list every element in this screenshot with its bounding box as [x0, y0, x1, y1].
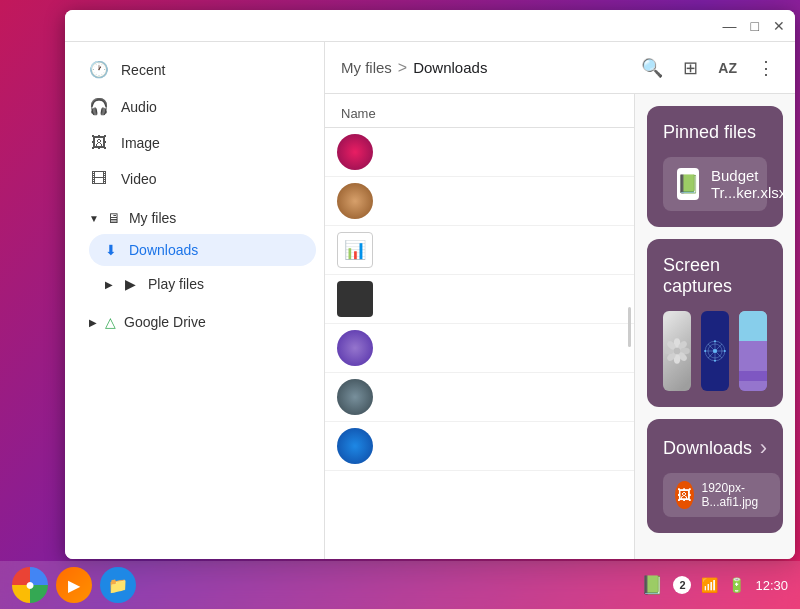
my-files-header[interactable]: ▼ 🖥 My files — [73, 204, 316, 232]
taskbar-play[interactable]: ▶ — [56, 567, 92, 603]
taskbar-chrome[interactable]: ● — [12, 567, 48, 603]
svg-point-20 — [704, 350, 706, 352]
sidebar-item-downloads[interactable]: ⬇ Downloads — [89, 234, 316, 266]
laptop-icon: 🖥 — [107, 210, 121, 226]
table-row[interactable] — [325, 177, 634, 226]
capture-lavender[interactable] — [739, 311, 767, 391]
screen-captures-grid — [663, 311, 767, 391]
my-files-section: ▼ 🖥 My files ⬇ Downloads ▶ ▶ Play files — [65, 198, 324, 306]
breadcrumb-separator: > — [398, 59, 407, 77]
screen-captures-card: Screen captures — [647, 239, 783, 407]
taskbar-excel-icon[interactable]: 📗 — [641, 574, 663, 596]
download-file-docx[interactable]: 📄 Survey_s...ool.docx — [790, 473, 795, 517]
file-thumb-1 — [337, 134, 373, 170]
breadcrumb: My files > Downloads — [341, 59, 629, 77]
taskbar-notification: 2 — [673, 576, 691, 594]
my-files-children: ⬇ Downloads ▶ ▶ Play files — [65, 234, 324, 300]
taskbar: ● ▶ 📁 📗 2 📶 🔋 12:30 — [0, 561, 800, 609]
table-row[interactable] — [325, 324, 634, 373]
app-body: 🕐 Recent 🎧 Audio 🖼 Image 🎞 Video ▼ 🖥 — [65, 42, 795, 559]
table-row[interactable] — [325, 422, 634, 471]
close-button[interactable]: ✕ — [773, 18, 785, 34]
excel-file-icon: 📗 — [677, 168, 699, 200]
video-icon: 🎞 — [89, 170, 109, 188]
drive-icon: △ — [105, 314, 116, 330]
breadcrumb-current: Downloads — [413, 59, 487, 76]
downloads-arrow[interactable]: › — [760, 435, 767, 461]
capture-flower[interactable] — [663, 311, 691, 391]
pinned-file-item[interactable]: 📗 Budget Tr...ker.xlsx — [663, 157, 767, 211]
sort-icon[interactable]: AZ — [714, 56, 741, 80]
recent-icon: 🕐 — [89, 60, 109, 79]
file-list-header: Name — [325, 94, 634, 128]
screen-captures-title: Screen captures — [663, 255, 767, 297]
downloads-section-header: Downloads › — [663, 435, 767, 461]
file-thumb-5 — [337, 330, 373, 366]
file-thumb-3: 📊 — [337, 232, 373, 268]
table-row[interactable] — [325, 373, 634, 422]
minimize-button[interactable]: — — [723, 18, 737, 34]
table-row[interactable] — [325, 128, 634, 177]
downloads-card-title: Downloads — [663, 438, 752, 459]
svg-point-17 — [713, 349, 717, 353]
svg-point-18 — [714, 340, 716, 342]
title-bar: — □ ✕ — [65, 10, 795, 42]
collapse-icon-drive: ▶ — [89, 317, 97, 328]
panel-area: Pinned files 📗 Budget Tr...ker.xlsx Scre… — [635, 94, 795, 559]
battery-icon: 🔋 — [728, 577, 745, 593]
jpg-file-name: 1920px-B...afi1.jpg — [702, 481, 768, 509]
maximize-button[interactable]: □ — [751, 18, 759, 34]
sidebar-item-play-files[interactable]: ▶ ▶ Play files — [89, 268, 316, 300]
my-files-label: My files — [129, 210, 176, 226]
file-thumb-4 — [337, 281, 373, 317]
downloads-files: 🖼 1920px-B...afi1.jpg 📄 Survey_s...ool.d… — [663, 473, 767, 517]
search-icon[interactable]: 🔍 — [637, 53, 667, 83]
svg-rect-23 — [739, 341, 767, 391]
play-icon: ▶ — [125, 276, 136, 292]
header-actions: 🔍 ⊞ AZ ⋮ — [637, 53, 779, 83]
svg-point-9 — [674, 348, 680, 354]
flower-svg — [663, 316, 691, 386]
file-thumb-6 — [337, 379, 373, 415]
sidebar-label-recent: Recent — [121, 62, 165, 78]
pinned-files-card: Pinned files 📗 Budget Tr...ker.xlsx — [647, 106, 783, 227]
download-icon: ⬇ — [105, 242, 117, 258]
sidebar-item-recent[interactable]: 🕐 Recent — [73, 52, 316, 87]
file-list-area: Name 📊 — [325, 94, 635, 559]
pinned-files-title: Pinned files — [663, 122, 767, 143]
file-thumb-2 — [337, 183, 373, 219]
sidebar-label-audio: Audio — [121, 99, 157, 115]
svg-rect-22 — [739, 311, 767, 341]
more-options-icon[interactable]: ⋮ — [753, 53, 779, 83]
taskbar-files[interactable]: 📁 — [100, 567, 136, 603]
sidebar-item-google-drive[interactable]: ▶ △ Google Drive — [73, 308, 316, 336]
sidebar: 🕐 Recent 🎧 Audio 🖼 Image 🎞 Video ▼ 🖥 — [65, 42, 325, 559]
pattern-svg — [701, 311, 729, 391]
svg-point-21 — [724, 350, 726, 352]
table-row[interactable]: 📊 — [325, 226, 634, 275]
scroll-indicator[interactable] — [628, 307, 631, 347]
clock: 12:30 — [755, 578, 788, 593]
capture-pattern[interactable] — [701, 311, 729, 391]
breadcrumb-parent[interactable]: My files — [341, 59, 392, 76]
wifi-icon: 📶 — [701, 577, 718, 593]
download-file-jpg[interactable]: 🖼 1920px-B...afi1.jpg — [663, 473, 780, 517]
table-row[interactable] — [325, 275, 634, 324]
image-icon: 🖼 — [89, 134, 109, 152]
play-files-label: Play files — [148, 276, 204, 292]
lavender-svg — [739, 311, 767, 391]
sidebar-item-audio[interactable]: 🎧 Audio — [73, 89, 316, 124]
sidebar-item-video[interactable]: 🎞 Video — [73, 162, 316, 196]
expand-icon: ▼ — [89, 213, 99, 224]
sidebar-label-image: Image — [121, 135, 160, 151]
downloads-label: Downloads — [129, 242, 198, 258]
app-window: — □ ✕ 🕐 Recent 🎧 Audio 🖼 Image 🎞 Video — [65, 10, 795, 559]
sidebar-item-image[interactable]: 🖼 Image — [73, 126, 316, 160]
svg-point-19 — [714, 360, 716, 362]
taskbar-right: 📗 2 📶 🔋 12:30 — [641, 574, 788, 596]
sidebar-label-video: Video — [121, 171, 157, 187]
svg-rect-24 — [739, 371, 767, 381]
grid-view-icon[interactable]: ⊞ — [679, 53, 702, 83]
audio-icon: 🎧 — [89, 97, 109, 116]
app-header: My files > Downloads 🔍 ⊞ AZ ⋮ — [325, 42, 795, 94]
